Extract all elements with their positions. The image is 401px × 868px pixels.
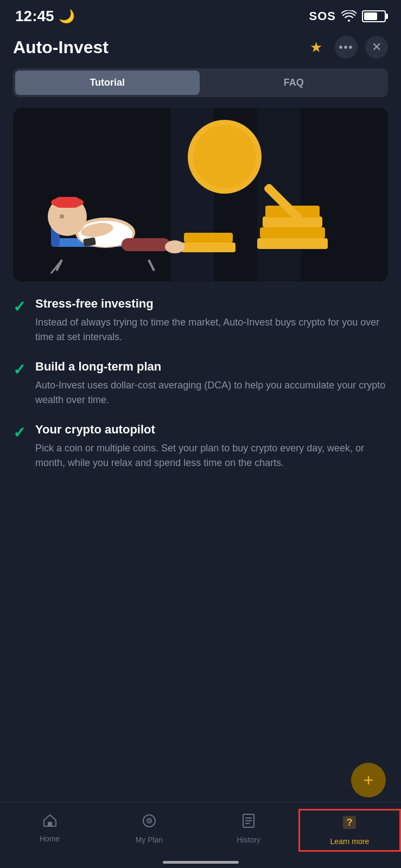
nav-home-label: Home — [40, 834, 60, 843]
more-options-button[interactable]: ••• — [335, 36, 358, 59]
home-icon — [42, 813, 58, 831]
feature-item-2: ✓ Build a long-term plan Auto-Invest use… — [13, 360, 388, 407]
favorite-button[interactable]: ★ — [304, 36, 327, 59]
svg-rect-23 — [54, 197, 80, 208]
nav-home[interactable]: Home — [0, 809, 99, 852]
nav-learn-more-label: Learn more — [330, 837, 370, 846]
status-right-icons: SOS — [309, 9, 386, 23]
status-time: 12:45 🌙 — [15, 8, 75, 25]
header-actions: ★ ••• ✕ — [304, 36, 388, 59]
plus-icon: + — [364, 771, 374, 789]
svg-text:?: ? — [347, 817, 353, 828]
status-bar: 12:45 🌙 SOS — [0, 0, 401, 30]
check-icon-3: ✓ — [13, 424, 26, 442]
tab-faq-label: FAQ — [284, 77, 304, 88]
sos-indicator: SOS — [309, 9, 336, 23]
features-list: ✓ Stress-free investing Instead of alway… — [0, 282, 401, 486]
feature-desc-2: Auto-Invest uses dollar-cost averaging (… — [35, 378, 388, 407]
nav-my-plan[interactable]: My Plan — [99, 809, 199, 852]
feature-desc-3: Pick a coin or multiple coins. Set your … — [35, 441, 388, 470]
feature-title-1: Stress-free investing — [35, 297, 388, 311]
nav-history-label: History — [237, 835, 260, 844]
svg-point-4 — [193, 125, 256, 188]
feature-item-3: ✓ Your crypto autopilot Pick a coin or m… — [13, 423, 388, 470]
svg-point-30 — [148, 820, 150, 822]
tab-tutorial[interactable]: Tutorial — [15, 71, 200, 95]
add-plan-fab[interactable]: + — [351, 763, 386, 797]
hero-illustration — [13, 108, 388, 282]
svg-rect-19 — [122, 238, 170, 251]
svg-rect-5 — [257, 238, 328, 249]
check-icon-1: ✓ — [13, 298, 26, 316]
nav-learn-more[interactable]: ? Learn more — [298, 809, 401, 852]
nav-history[interactable]: History — [199, 809, 298, 852]
wifi-icon — [341, 10, 357, 22]
history-icon — [242, 813, 255, 832]
bottom-navigation: Home My Plan History ? — [0, 802, 401, 868]
svg-rect-9 — [181, 242, 235, 252]
tab-faq[interactable]: FAQ — [202, 71, 386, 95]
learn-more-icon: ? — [342, 815, 357, 834]
dots-icon: ••• — [339, 41, 353, 54]
svg-point-20 — [165, 240, 184, 253]
star-icon: ★ — [310, 39, 322, 56]
svg-rect-27 — [48, 822, 52, 826]
time-display: 12:45 — [15, 8, 54, 25]
close-button[interactable]: ✕ — [365, 36, 388, 59]
tab-tutorial-label: Tutorial — [90, 77, 125, 88]
feature-desc-1: Instead of always trying to time the mar… — [35, 315, 388, 344]
feature-title-3: Your crypto autopilot — [35, 423, 388, 437]
nav-my-plan-label: My Plan — [136, 835, 163, 844]
battery-icon — [362, 10, 386, 22]
page-title: Auto-Invest — [13, 37, 109, 58]
feature-title-2: Build a long-term plan — [35, 360, 388, 374]
svg-point-24 — [60, 214, 64, 219]
moon-icon: 🌙 — [59, 9, 75, 24]
my-plan-icon — [142, 813, 157, 832]
close-icon: ✕ — [372, 40, 381, 54]
tab-bar: Tutorial FAQ — [13, 68, 388, 97]
svg-rect-10 — [184, 233, 233, 242]
header: Auto-Invest ★ ••• ✕ — [0, 30, 401, 68]
check-icon-2: ✓ — [13, 361, 26, 379]
feature-item-1: ✓ Stress-free investing Instead of alway… — [13, 297, 388, 344]
home-indicator — [163, 861, 239, 864]
svg-rect-6 — [260, 227, 325, 238]
